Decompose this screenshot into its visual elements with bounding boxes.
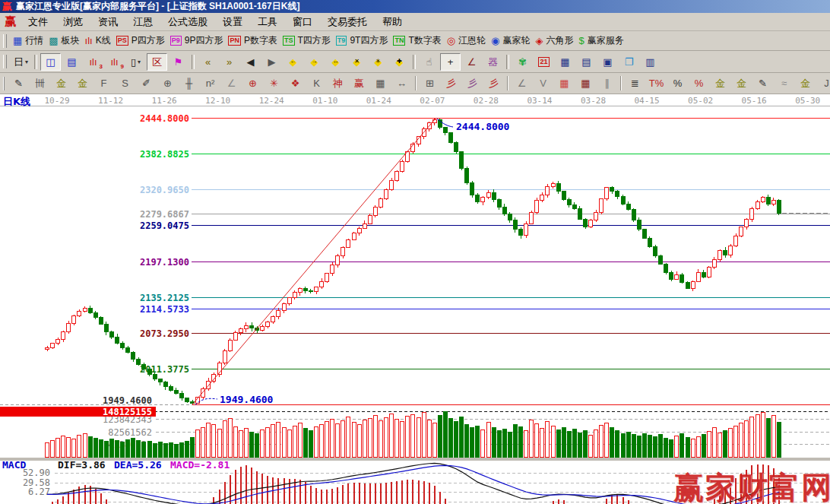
chart-region[interactable]: 10-2911-1211-2612-1012-2401-1001-2402-07…	[0, 94, 830, 504]
menu-item-settings[interactable]: 设置	[215, 14, 250, 30]
gann-t-percent-icon[interactable]: T%	[646, 74, 667, 92]
menu-item-formula-select[interactable]: 公式选股	[160, 14, 215, 30]
gann-frame-tool-icon[interactable]: ⊞	[420, 74, 440, 92]
gann-parallel-lines-icon[interactable]: ∥	[597, 74, 617, 92]
tool-t-square-button[interactable]: TST四方形	[280, 32, 333, 49]
gann-percent-line-icon[interactable]: %	[689, 74, 709, 92]
view-notepad-icon[interactable]: ▤	[576, 53, 597, 71]
gann-gold-scale-a-icon[interactable]: 金	[51, 74, 71, 92]
gann-shen-scale-icon[interactable]: 神	[328, 74, 348, 92]
view-pan-hand-icon[interactable]: ☝	[419, 53, 439, 71]
view-info-panel-icon[interactable]: ▤	[62, 53, 82, 71]
menu-item-gann[interactable]: 江恩	[125, 14, 160, 30]
menu-item-window[interactable]: 窗口	[285, 14, 320, 30]
gann-v-shape-icon[interactable]: V	[533, 74, 553, 92]
tool-quotes-button[interactable]: ▦行情	[11, 32, 46, 49]
pane-splitter[interactable]	[0, 458, 830, 461]
title-bar[interactable]: 赢 赢家江恩专业版[赢家内部服务平台] - [上证指数 SH1A0001-167…	[0, 0, 830, 13]
menu-item-news[interactable]: 资讯	[90, 14, 125, 30]
menu-item-file[interactable]: 文件	[21, 14, 55, 30]
tool-p9-square-button[interactable]: P99P四方形	[168, 32, 226, 49]
volume-bars[interactable]	[46, 411, 781, 457]
tool-kline-button[interactable]: ılıK线	[83, 32, 113, 49]
gann-speed-line-icon[interactable]: ∠	[512, 74, 532, 92]
view-snapshot-icon[interactable]: ❐	[619, 53, 639, 71]
gann-number-grid-icon[interactable]: ▦	[370, 74, 391, 92]
view-ai-analysis-icon[interactable]: ✾	[512, 53, 533, 71]
view-matrix-calc-icon[interactable]: ▦	[555, 53, 575, 71]
gann-k-ruler-icon[interactable]: K	[306, 74, 327, 92]
tool-t9-square-button[interactable]: T99T四方形	[334, 32, 391, 49]
tool-hexagon-button[interactable]: ◈六角形	[533, 32, 575, 49]
view-step-forward-icon[interactable]: ▶	[261, 53, 282, 71]
gann-grid-dark-icon[interactable]: ▦	[575, 74, 596, 92]
view-jump-last-icon[interactable]: »	[219, 53, 239, 71]
gann-fan-box-a-icon[interactable]: 彡	[462, 74, 483, 92]
gann-fan-box-b-icon[interactable]: 彡	[483, 74, 504, 92]
view-chart-layout-icon[interactable]: ◫	[40, 53, 61, 71]
gann-j-angle-icon[interactable]: J	[816, 74, 830, 92]
gann-star-rays-icon[interactable]: ✳	[264, 74, 284, 92]
view-jump-first-icon[interactable]: «	[198, 53, 218, 71]
tool-gann-wheel-button[interactable]: ◎江恩轮	[445, 32, 488, 49]
gann-mark-pen-icon[interactable]: ✐	[136, 74, 157, 92]
gann-protractor-icon[interactable]: ∠	[221, 74, 242, 92]
gann-f-scale-icon[interactable]: F	[93, 74, 114, 92]
menu-item-browse[interactable]: 浏览	[55, 14, 90, 30]
view-bars-9-icon[interactable]: ılı9	[104, 53, 125, 71]
view-zoom-out-h-icon[interactable]: ◆←	[283, 53, 303, 71]
gann-n2-scale-icon[interactable]: n²	[200, 74, 220, 92]
gann-percent-icon[interactable]: %	[667, 74, 688, 92]
gann-ying-scale-icon[interactable]: 赢	[349, 74, 369, 92]
gann-ruler-scale-icon[interactable]: ╫	[179, 74, 199, 92]
menu-item-trade-entrust[interactable]: 交易委托	[320, 14, 375, 30]
gann-star-grid-icon[interactable]: ❖	[285, 74, 306, 92]
view-grip-handle[interactable]	[3, 55, 7, 68]
view-crosshair-icon[interactable]: +	[440, 53, 461, 71]
view-step-back-icon[interactable]: ◀	[240, 53, 261, 71]
gann-spiral-scale-icon[interactable]: S	[115, 74, 135, 92]
view-print-icon[interactable]: ▥	[640, 53, 661, 71]
view-fit-screen-icon[interactable]: ◆✚	[389, 53, 410, 71]
view-compress-icon[interactable]: ◆✕	[347, 53, 367, 71]
gann-gold-lines-icon[interactable]: 金	[731, 74, 752, 92]
tool-winner-service-button[interactable]: $赢家服务	[576, 32, 626, 49]
gann-grid-red-icon[interactable]: ▦	[554, 74, 575, 92]
view-calendar-icon[interactable]: 21	[534, 53, 554, 71]
gann-gann-circle-icon[interactable]: ⊕	[157, 74, 178, 92]
view-expand-all-icon[interactable]: ◆✳	[368, 53, 388, 71]
gann-gold-circle-icon[interactable]: 金	[710, 74, 730, 92]
gann-fan-lines-icon[interactable]: 彡	[441, 74, 461, 92]
trendline[interactable]	[192, 118, 436, 404]
macd-pane[interactable]: 52.9029.586.27	[23, 463, 830, 504]
view-bars-3-icon[interactable]: ılı3	[83, 53, 103, 71]
gann-gold-scale-b-icon[interactable]: 金	[72, 74, 93, 92]
view-angle-tool-icon[interactable]: ∠	[461, 53, 482, 71]
view-region-select-icon[interactable]: 区	[147, 53, 167, 71]
tool-t-number-button[interactable]: TNT数字表	[391, 32, 443, 49]
tool-winner-wheel-button[interactable]: ◉赢家轮	[489, 32, 532, 49]
view-save-icon[interactable]: ▣	[597, 53, 618, 71]
gann-circle-cross-icon[interactable]: ⊕	[242, 74, 263, 92]
gann-wave-ruler-icon[interactable]: ≈	[774, 74, 794, 92]
gann-width-ruler-icon[interactable]: ↔	[391, 74, 412, 92]
tool-p-number-button[interactable]: PNP数字表	[226, 32, 280, 49]
view-pattern-tool-icon[interactable]: 器	[483, 53, 503, 71]
gann-tick-scale-icon[interactable]: 卌	[30, 74, 50, 92]
tool-sectors-button[interactable]: ▩板块	[46, 32, 81, 49]
view-candle-type-icon[interactable]: ▯▾	[125, 53, 146, 71]
view-expand-h-icon[interactable]: ◆↔	[325, 53, 346, 71]
view-zoom-in-h-icon[interactable]: ◆→	[304, 53, 325, 71]
tool-grip-handle[interactable]	[3, 34, 7, 48]
tool-p-square-button[interactable]: PSP四方形	[114, 32, 167, 49]
gann-ratio-scale-icon[interactable]: ≣	[625, 74, 645, 92]
menu-item-help[interactable]: 帮助	[375, 14, 410, 30]
gann-grip-handle[interactable]	[3, 77, 5, 90]
view-period-day-icon[interactable]: 日▾	[11, 53, 31, 71]
gann-gold-angle-a-icon[interactable]: 金	[795, 74, 816, 92]
kline-chart-canvas[interactable]: 10-2911-1211-2612-1012-2401-1001-2402-07…	[0, 94, 830, 504]
view-flag-mark-icon[interactable]: ⚑	[168, 53, 188, 71]
menu-item-tools[interactable]: 工具	[250, 14, 285, 30]
gann-draw-pen-icon[interactable]: ✎	[8, 74, 29, 92]
gann-vertical-pen-icon[interactable]: ✎	[752, 74, 773, 92]
